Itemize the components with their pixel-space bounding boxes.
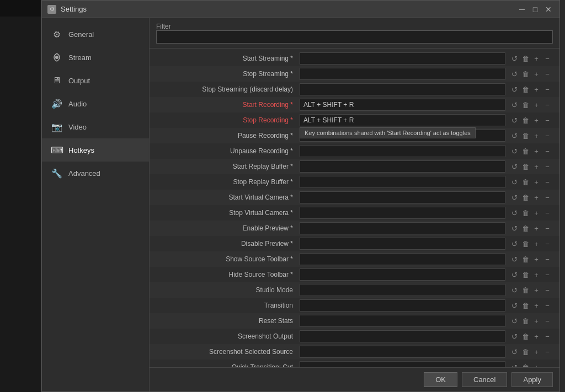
hotkey-input-stop-streaming-delay[interactable] [300,83,505,95]
reset-hotkey-button[interactable]: ↺ [509,284,520,296]
remove-hotkey-button[interactable]: − [542,115,553,126]
delete-hotkey-button[interactable]: 🗑 [520,315,531,326]
add-hotkey-button[interactable]: + [531,223,542,234]
delete-hotkey-button[interactable]: 🗑 [520,362,531,367]
add-hotkey-button[interactable]: + [531,284,542,296]
sidebar-item-video[interactable]: 📷 Video [42,115,149,138]
delete-hotkey-button[interactable]: 🗑 [520,238,531,249]
delete-hotkey-button[interactable]: 🗑 [520,300,531,311]
remove-hotkey-button[interactable]: − [542,207,553,218]
remove-hotkey-button[interactable]: − [542,161,553,172]
remove-hotkey-button[interactable]: − [542,362,553,367]
sidebar-item-stream[interactable]: Stream [42,46,149,69]
add-hotkey-button[interactable]: + [531,146,542,157]
sidebar-item-advanced[interactable]: 🔧 Advanced [42,162,149,185]
reset-hotkey-button[interactable]: ↺ [509,115,520,126]
minimize-button[interactable]: ─ [516,4,527,15]
add-hotkey-button[interactable]: + [531,362,542,367]
remove-hotkey-button[interactable]: − [542,269,553,280]
hotkey-input-start-virtual-camera[interactable] [300,191,505,203]
remove-hotkey-button[interactable]: − [542,192,553,203]
remove-hotkey-button[interactable]: − [542,346,553,357]
reset-hotkey-button[interactable]: ↺ [509,346,520,357]
reset-hotkey-button[interactable]: ↺ [509,269,520,280]
hotkey-input-stop-streaming[interactable] [300,68,505,80]
delete-hotkey-button[interactable]: 🗑 [520,254,531,265]
add-hotkey-button[interactable]: + [531,84,542,95]
remove-hotkey-button[interactable]: − [542,176,553,187]
delete-hotkey-button[interactable]: 🗑 [520,207,531,218]
delete-hotkey-button[interactable]: 🗑 [520,223,531,234]
remove-hotkey-button[interactable]: − [542,223,553,234]
hotkey-input-enable-preview[interactable] [300,222,505,234]
delete-hotkey-button[interactable]: 🗑 [520,99,531,110]
add-hotkey-button[interactable]: + [531,269,542,280]
hotkey-input-hide-source-toolbar[interactable] [300,269,505,281]
add-hotkey-button[interactable]: + [531,130,542,141]
delete-hotkey-button[interactable]: 🗑 [520,161,531,172]
add-hotkey-button[interactable]: + [531,161,542,172]
add-hotkey-button[interactable]: + [531,192,542,203]
remove-hotkey-button[interactable]: − [542,53,553,64]
remove-hotkey-button[interactable]: − [542,68,553,79]
remove-hotkey-button[interactable]: − [542,331,553,342]
delete-hotkey-button[interactable]: 🗑 [520,130,531,141]
delete-hotkey-button[interactable]: 🗑 [520,84,531,95]
add-hotkey-button[interactable]: + [531,176,542,187]
hotkey-input-show-source-toolbar[interactable] [300,253,505,265]
hotkey-input-stop-virtual-camera[interactable] [300,207,505,219]
add-hotkey-button[interactable]: + [531,254,542,265]
hotkey-input-screenshot-output[interactable] [300,330,505,342]
reset-hotkey-button[interactable]: ↺ [509,84,520,95]
maximize-button[interactable]: □ [530,4,541,15]
add-hotkey-button[interactable]: + [531,331,542,342]
hotkey-input-stop-recording[interactable] [300,114,505,126]
remove-hotkey-button[interactable]: − [542,84,553,95]
add-hotkey-button[interactable]: + [531,53,542,64]
hotkey-input-pause-recording[interactable] [300,130,505,142]
reset-hotkey-button[interactable]: ↺ [509,331,520,342]
hotkey-input-start-streaming[interactable] [300,52,505,65]
sidebar-item-audio[interactable]: 🔊 Audio [42,92,149,115]
remove-hotkey-button[interactable]: − [542,284,553,296]
delete-hotkey-button[interactable]: 🗑 [520,284,531,296]
remove-hotkey-button[interactable]: − [542,315,553,326]
cancel-button[interactable]: Cancel [462,372,507,387]
filter-input[interactable] [156,30,553,44]
hotkey-input-stop-replay-buffer[interactable] [300,176,505,188]
hotkey-input-reset-stats[interactable] [300,315,505,327]
sidebar-item-general[interactable]: ⚙ General [42,23,149,46]
remove-hotkey-button[interactable]: − [542,146,553,157]
reset-hotkey-button[interactable]: ↺ [509,146,520,157]
reset-hotkey-button[interactable]: ↺ [509,68,520,79]
sidebar-item-hotkeys[interactable]: ⌨ Hotkeys [42,138,149,162]
add-hotkey-button[interactable]: + [531,99,542,110]
reset-hotkey-button[interactable]: ↺ [509,238,520,249]
hotkey-input-transition[interactable] [300,299,505,312]
hotkey-input-quick-transition-cut[interactable] [300,361,505,367]
remove-hotkey-button[interactable]: − [542,238,553,249]
ok-button[interactable]: OK [424,372,457,387]
add-hotkey-button[interactable]: + [531,115,542,126]
delete-hotkey-button[interactable]: 🗑 [520,269,531,280]
add-hotkey-button[interactable]: + [531,68,542,79]
delete-hotkey-button[interactable]: 🗑 [520,68,531,79]
reset-hotkey-button[interactable]: ↺ [509,130,520,141]
delete-hotkey-button[interactable]: 🗑 [520,346,531,357]
add-hotkey-button[interactable]: + [531,238,542,249]
delete-hotkey-button[interactable]: 🗑 [520,146,531,157]
reset-hotkey-button[interactable]: ↺ [509,176,520,187]
add-hotkey-button[interactable]: + [531,346,542,357]
add-hotkey-button[interactable]: + [531,300,542,311]
remove-hotkey-button[interactable]: − [542,130,553,141]
delete-hotkey-button[interactable]: 🗑 [520,53,531,64]
hotkey-input-disable-preview[interactable] [300,238,505,250]
hotkey-input-studio-mode[interactable] [300,284,505,296]
reset-hotkey-button[interactable]: ↺ [509,315,520,326]
remove-hotkey-button[interactable]: − [542,254,553,265]
delete-hotkey-button[interactable]: 🗑 [520,176,531,187]
reset-hotkey-button[interactable]: ↺ [509,362,520,367]
delete-hotkey-button[interactable]: 🗑 [520,331,531,342]
reset-hotkey-button[interactable]: ↺ [509,192,520,203]
hotkey-input-screenshot-selected[interactable] [300,346,505,358]
